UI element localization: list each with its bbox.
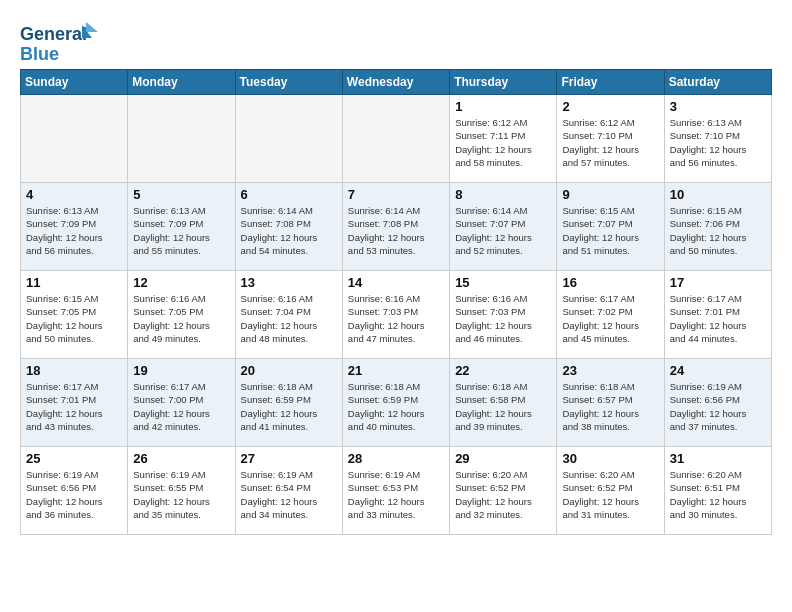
day-info: Sunrise: 6:13 AMSunset: 7:09 PMDaylight:… <box>26 204 122 257</box>
calendar-cell: 3Sunrise: 6:13 AMSunset: 7:10 PMDaylight… <box>664 95 771 183</box>
day-info: Sunrise: 6:19 AMSunset: 6:55 PMDaylight:… <box>133 468 229 521</box>
calendar-cell: 14Sunrise: 6:16 AMSunset: 7:03 PMDayligh… <box>342 271 449 359</box>
calendar-cell: 29Sunrise: 6:20 AMSunset: 6:52 PMDayligh… <box>450 447 557 535</box>
calendar-cell: 4Sunrise: 6:13 AMSunset: 7:09 PMDaylight… <box>21 183 128 271</box>
day-info: Sunrise: 6:17 AMSunset: 7:00 PMDaylight:… <box>133 380 229 433</box>
calendar-cell: 25Sunrise: 6:19 AMSunset: 6:56 PMDayligh… <box>21 447 128 535</box>
calendar-cell: 31Sunrise: 6:20 AMSunset: 6:51 PMDayligh… <box>664 447 771 535</box>
day-number: 27 <box>241 451 337 466</box>
day-info: Sunrise: 6:19 AMSunset: 6:56 PMDaylight:… <box>26 468 122 521</box>
calendar-cell: 15Sunrise: 6:16 AMSunset: 7:03 PMDayligh… <box>450 271 557 359</box>
day-info: Sunrise: 6:18 AMSunset: 6:58 PMDaylight:… <box>455 380 551 433</box>
calendar-cell: 13Sunrise: 6:16 AMSunset: 7:04 PMDayligh… <box>235 271 342 359</box>
day-info: Sunrise: 6:18 AMSunset: 6:57 PMDaylight:… <box>562 380 658 433</box>
calendar-cell <box>235 95 342 183</box>
col-header-sunday: Sunday <box>21 70 128 95</box>
calendar-week-row: 18Sunrise: 6:17 AMSunset: 7:01 PMDayligh… <box>21 359 772 447</box>
day-number: 24 <box>670 363 766 378</box>
day-info: Sunrise: 6:19 AMSunset: 6:56 PMDaylight:… <box>670 380 766 433</box>
day-info: Sunrise: 6:17 AMSunset: 7:01 PMDaylight:… <box>26 380 122 433</box>
day-number: 15 <box>455 275 551 290</box>
day-number: 11 <box>26 275 122 290</box>
day-number: 7 <box>348 187 444 202</box>
day-number: 8 <box>455 187 551 202</box>
day-number: 23 <box>562 363 658 378</box>
day-number: 28 <box>348 451 444 466</box>
day-info: Sunrise: 6:13 AMSunset: 7:10 PMDaylight:… <box>670 116 766 169</box>
calendar-cell: 12Sunrise: 6:16 AMSunset: 7:05 PMDayligh… <box>128 271 235 359</box>
calendar-cell <box>342 95 449 183</box>
calendar-cell: 19Sunrise: 6:17 AMSunset: 7:00 PMDayligh… <box>128 359 235 447</box>
day-number: 4 <box>26 187 122 202</box>
calendar-cell: 27Sunrise: 6:19 AMSunset: 6:54 PMDayligh… <box>235 447 342 535</box>
calendar-cell: 24Sunrise: 6:19 AMSunset: 6:56 PMDayligh… <box>664 359 771 447</box>
day-info: Sunrise: 6:18 AMSunset: 6:59 PMDaylight:… <box>241 380 337 433</box>
day-number: 30 <box>562 451 658 466</box>
day-number: 13 <box>241 275 337 290</box>
day-number: 25 <box>26 451 122 466</box>
day-number: 17 <box>670 275 766 290</box>
calendar-cell: 26Sunrise: 6:19 AMSunset: 6:55 PMDayligh… <box>128 447 235 535</box>
calendar-week-row: 1Sunrise: 6:12 AMSunset: 7:11 PMDaylight… <box>21 95 772 183</box>
day-info: Sunrise: 6:14 AMSunset: 7:08 PMDaylight:… <box>348 204 444 257</box>
calendar-cell: 10Sunrise: 6:15 AMSunset: 7:06 PMDayligh… <box>664 183 771 271</box>
col-header-thursday: Thursday <box>450 70 557 95</box>
day-info: Sunrise: 6:15 AMSunset: 7:06 PMDaylight:… <box>670 204 766 257</box>
svg-text:General: General <box>20 24 87 44</box>
col-header-tuesday: Tuesday <box>235 70 342 95</box>
col-header-monday: Monday <box>128 70 235 95</box>
logo-svg: GeneralBlue <box>20 20 100 65</box>
day-number: 16 <box>562 275 658 290</box>
day-info: Sunrise: 6:12 AMSunset: 7:10 PMDaylight:… <box>562 116 658 169</box>
day-info: Sunrise: 6:19 AMSunset: 6:54 PMDaylight:… <box>241 468 337 521</box>
calendar-cell: 21Sunrise: 6:18 AMSunset: 6:59 PMDayligh… <box>342 359 449 447</box>
calendar-cell: 28Sunrise: 6:19 AMSunset: 6:53 PMDayligh… <box>342 447 449 535</box>
day-info: Sunrise: 6:14 AMSunset: 7:08 PMDaylight:… <box>241 204 337 257</box>
day-info: Sunrise: 6:17 AMSunset: 7:01 PMDaylight:… <box>670 292 766 345</box>
logo: GeneralBlue <box>20 20 100 65</box>
calendar-week-row: 11Sunrise: 6:15 AMSunset: 7:05 PMDayligh… <box>21 271 772 359</box>
day-number: 26 <box>133 451 229 466</box>
calendar-cell <box>21 95 128 183</box>
day-info: Sunrise: 6:12 AMSunset: 7:11 PMDaylight:… <box>455 116 551 169</box>
calendar-week-row: 4Sunrise: 6:13 AMSunset: 7:09 PMDaylight… <box>21 183 772 271</box>
day-number: 5 <box>133 187 229 202</box>
col-header-friday: Friday <box>557 70 664 95</box>
col-header-saturday: Saturday <box>664 70 771 95</box>
day-info: Sunrise: 6:16 AMSunset: 7:03 PMDaylight:… <box>455 292 551 345</box>
calendar-cell: 23Sunrise: 6:18 AMSunset: 6:57 PMDayligh… <box>557 359 664 447</box>
day-info: Sunrise: 6:20 AMSunset: 6:52 PMDaylight:… <box>455 468 551 521</box>
calendar-cell: 8Sunrise: 6:14 AMSunset: 7:07 PMDaylight… <box>450 183 557 271</box>
calendar-cell: 20Sunrise: 6:18 AMSunset: 6:59 PMDayligh… <box>235 359 342 447</box>
header: GeneralBlue <box>20 16 772 65</box>
day-number: 12 <box>133 275 229 290</box>
calendar-cell: 18Sunrise: 6:17 AMSunset: 7:01 PMDayligh… <box>21 359 128 447</box>
svg-text:Blue: Blue <box>20 44 59 64</box>
day-info: Sunrise: 6:16 AMSunset: 7:04 PMDaylight:… <box>241 292 337 345</box>
day-info: Sunrise: 6:16 AMSunset: 7:03 PMDaylight:… <box>348 292 444 345</box>
day-info: Sunrise: 6:15 AMSunset: 7:07 PMDaylight:… <box>562 204 658 257</box>
day-number: 6 <box>241 187 337 202</box>
calendar-cell: 22Sunrise: 6:18 AMSunset: 6:58 PMDayligh… <box>450 359 557 447</box>
calendar-cell: 6Sunrise: 6:14 AMSunset: 7:08 PMDaylight… <box>235 183 342 271</box>
day-info: Sunrise: 6:17 AMSunset: 7:02 PMDaylight:… <box>562 292 658 345</box>
day-number: 19 <box>133 363 229 378</box>
day-number: 18 <box>26 363 122 378</box>
calendar-cell: 7Sunrise: 6:14 AMSunset: 7:08 PMDaylight… <box>342 183 449 271</box>
day-number: 1 <box>455 99 551 114</box>
calendar-cell: 9Sunrise: 6:15 AMSunset: 7:07 PMDaylight… <box>557 183 664 271</box>
day-number: 2 <box>562 99 658 114</box>
day-info: Sunrise: 6:16 AMSunset: 7:05 PMDaylight:… <box>133 292 229 345</box>
day-number: 9 <box>562 187 658 202</box>
day-info: Sunrise: 6:15 AMSunset: 7:05 PMDaylight:… <box>26 292 122 345</box>
day-number: 21 <box>348 363 444 378</box>
day-number: 3 <box>670 99 766 114</box>
day-number: 31 <box>670 451 766 466</box>
day-info: Sunrise: 6:20 AMSunset: 6:51 PMDaylight:… <box>670 468 766 521</box>
day-number: 14 <box>348 275 444 290</box>
day-info: Sunrise: 6:20 AMSunset: 6:52 PMDaylight:… <box>562 468 658 521</box>
day-number: 29 <box>455 451 551 466</box>
day-number: 22 <box>455 363 551 378</box>
day-info: Sunrise: 6:14 AMSunset: 7:07 PMDaylight:… <box>455 204 551 257</box>
page: GeneralBlue SundayMondayTuesdayWednesday… <box>0 0 792 551</box>
